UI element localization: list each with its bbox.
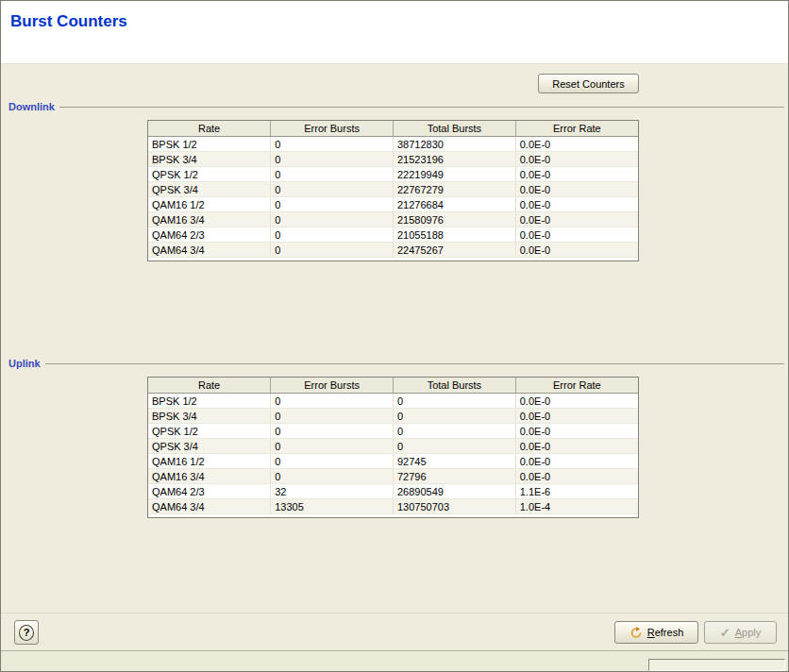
- table-cell: 0.0E-0: [515, 227, 638, 243]
- table-cell: 21055188: [394, 227, 516, 243]
- table-cell: 22767279: [394, 182, 516, 197]
- table-cell: 13305: [271, 499, 394, 514]
- table-cell: 0: [271, 439, 394, 454]
- refresh-button[interactable]: Refresh: [614, 621, 698, 644]
- column-header: Total Bursts: [394, 378, 516, 394]
- table-row: QPSK 3/4000.0E-0: [148, 439, 638, 454]
- downlink-table: RateError BurstsTotal BurstsError RateBP…: [147, 120, 639, 261]
- table-cell: 0: [271, 227, 394, 243]
- apply-check-icon: ✓: [720, 627, 730, 639]
- table-cell: 0: [271, 197, 394, 212]
- uplink-section-label: Uplink: [8, 358, 41, 369]
- table-cell: 0: [271, 167, 394, 182]
- table-row: QPSK 1/20222199490.0E-0: [148, 167, 638, 182]
- table-row: QAM64 2/30210551880.0E-0: [148, 227, 638, 243]
- table-row: QAM64 2/332268905491.1E-6: [148, 484, 638, 499]
- table-cell: 0: [271, 212, 394, 227]
- column-header: Rate: [148, 378, 271, 394]
- table-cell: 0: [271, 454, 394, 469]
- table-cell: 0.0E-0: [515, 152, 638, 167]
- footer-divider: [1, 613, 788, 613]
- table-cell: 0: [394, 439, 516, 454]
- table-cell: QAM64 2/3: [148, 227, 271, 243]
- table-cell: 22219949: [394, 167, 516, 182]
- table-row: QAM16 1/20212766840.0E-0: [148, 197, 638, 212]
- table-row: QAM16 1/20927450.0E-0: [148, 454, 638, 469]
- table-cell: BPSK 3/4: [148, 409, 271, 424]
- table-cell: 0.0E-0: [515, 454, 638, 469]
- table-cell: 1.0E-4: [515, 499, 638, 514]
- table-cell: QAM16 1/2: [148, 454, 271, 469]
- table-cell: 0.0E-0: [515, 409, 638, 424]
- table-row: QAM64 3/4133051307507031.0E-4: [148, 499, 638, 514]
- reset-counters-button[interactable]: Reset Counters: [538, 74, 639, 93]
- column-header: Rate: [148, 121, 271, 137]
- table-cell: QAM16 3/4: [148, 469, 271, 484]
- table-cell: 0: [271, 182, 394, 197]
- table-cell: QAM64 2/3: [148, 484, 271, 499]
- table-cell: BPSK 1/2: [148, 137, 271, 152]
- table-cell: 0: [394, 394, 516, 409]
- table-cell: 0: [271, 409, 394, 424]
- table-cell: BPSK 3/4: [148, 152, 271, 167]
- column-header: Error Bursts: [271, 378, 394, 394]
- table-cell: 0.0E-0: [515, 137, 638, 152]
- table-cell: 0.0E-0: [515, 197, 638, 212]
- table-cell: 26890549: [394, 484, 516, 499]
- uplink-table: RateError BurstsTotal BurstsError RateBP…: [147, 377, 639, 518]
- uplink-section-header: Uplink: [8, 357, 784, 370]
- apply-button-label: Apply: [735, 627, 762, 638]
- table-row: QAM16 3/40727960.0E-0: [148, 469, 638, 484]
- table-cell: BPSK 1/2: [148, 394, 271, 409]
- uplink-counters-table: RateError BurstsTotal BurstsError RateBP…: [148, 378, 638, 514]
- table-row: BPSK 1/20387128300.0E-0: [148, 137, 638, 152]
- header-row: RateError BurstsTotal BurstsError Rate: [148, 121, 638, 137]
- table-cell: 21276684: [394, 197, 516, 212]
- table-cell: 130750703: [394, 499, 516, 514]
- reset-counters-label: Reset Counters: [552, 78, 624, 90]
- help-button[interactable]: ?: [14, 620, 39, 645]
- table-cell: 0.0E-0: [515, 167, 638, 182]
- page-title: Burst Counters: [1, 1, 788, 31]
- column-header: Error Rate: [515, 378, 638, 394]
- table-cell: 0: [271, 243, 394, 258]
- page-header: Burst Counters: [1, 1, 788, 64]
- table-cell: 0: [394, 409, 516, 424]
- table-cell: 0.0E-0: [515, 424, 638, 439]
- table-cell: QPSK 1/2: [148, 167, 271, 182]
- table-cell: 21580976: [394, 212, 516, 227]
- table-cell: 0: [271, 152, 394, 167]
- table-cell: 0: [271, 394, 394, 409]
- table-cell: 21523196: [394, 152, 516, 167]
- table-row: QAM16 3/40215809760.0E-0: [148, 212, 638, 227]
- table-cell: 1.1E-6: [515, 484, 638, 499]
- table-cell: 0: [394, 424, 516, 439]
- table-cell: QAM16 1/2: [148, 197, 271, 212]
- table-cell: 38712830: [394, 137, 516, 152]
- refresh-icon: [630, 627, 643, 639]
- table-cell: 0.0E-0: [515, 212, 638, 227]
- help-icon-glyph: ?: [24, 628, 30, 638]
- table-row: QAM64 3/40224752670.0E-0: [148, 243, 638, 258]
- table-cell: 92745: [394, 454, 516, 469]
- table-row: BPSK 1/2000.0E-0: [148, 394, 638, 409]
- table-cell: 0.0E-0: [515, 394, 638, 409]
- table-cell: QAM64 3/4: [148, 499, 271, 514]
- table-cell: 72796: [394, 469, 516, 484]
- downlink-section-header: Downlink: [8, 100, 784, 113]
- table-cell: QAM16 3/4: [148, 212, 271, 227]
- downlink-section-label: Downlink: [8, 101, 55, 112]
- table-cell: QAM64 3/4: [148, 243, 271, 258]
- apply-button[interactable]: ✓ Apply: [704, 621, 777, 644]
- burst-counters-page: Burst Counters Reset Counters Downlink R…: [0, 0, 789, 672]
- table-row: QPSK 1/2000.0E-0: [148, 424, 638, 439]
- refresh-button-label: Refresh: [647, 627, 684, 638]
- table-cell: 0: [271, 469, 394, 484]
- table-cell: 0.0E-0: [515, 243, 638, 258]
- table-row: QPSK 3/40227672790.0E-0: [148, 182, 638, 197]
- help-icon: ?: [19, 625, 34, 641]
- table-cell: 0.0E-0: [515, 182, 638, 197]
- table-cell: QPSK 3/4: [148, 182, 271, 197]
- table-cell: 0: [271, 137, 394, 152]
- table-cell: QPSK 1/2: [148, 424, 271, 439]
